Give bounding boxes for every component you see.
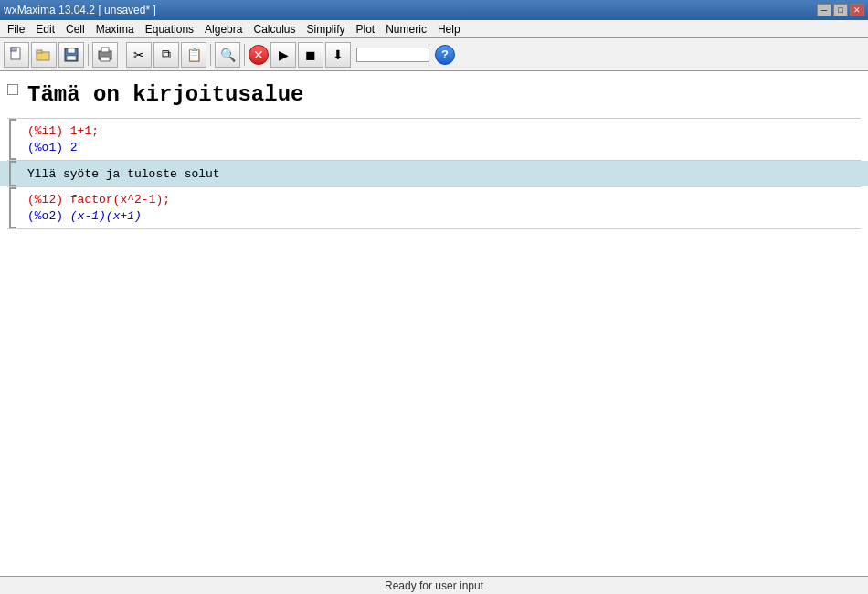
text-cell-bracket (9, 161, 16, 186)
search-button[interactable]: 🔍 (215, 42, 240, 68)
save-button[interactable] (58, 42, 84, 68)
cut-button[interactable]: ✂ (126, 42, 152, 68)
menu-simplify[interactable]: Simplify (302, 21, 351, 37)
open-button[interactable] (31, 42, 57, 68)
menu-maxima[interactable]: Maxima (90, 21, 140, 37)
cell-2-input-label: (%i2) (27, 193, 63, 207)
menu-file[interactable]: File (2, 21, 30, 37)
cell-1-output-value: 2 (63, 141, 78, 154)
menu-cell[interactable]: Cell (60, 21, 90, 37)
menu-bar: File Edit Cell Maxima Equations Algebra … (0, 20, 868, 38)
cell-2-output-label: (%o2) (27, 209, 63, 223)
paste-button[interactable]: 📋 (181, 42, 206, 68)
cell-1-input-code: 1+1; (63, 124, 99, 138)
text-cell-content: Yllä syöte ja tuloste solut (27, 167, 220, 181)
cell-2-output-formula: (x-1)(x+1) (70, 209, 142, 223)
cell-1-input-label: (%i1) (27, 124, 63, 138)
cell-2-input: (%i2) factor(x^2-1); (27, 193, 861, 207)
empty-area (0, 229, 868, 522)
maximize-button[interactable]: □ (833, 4, 848, 16)
cell-2-bracket (9, 187, 16, 228)
close-button[interactable]: ✕ (850, 4, 864, 16)
cell-1-input: (%i1) 1+1; (27, 124, 861, 138)
title-cell: Tämä on kirjoitusalue (0, 71, 868, 118)
cell-1-output: (%o1) 2 (27, 141, 861, 154)
save-icon (63, 47, 79, 63)
status-text: Ready for user input (385, 579, 483, 592)
stop-button[interactable]: ✕ (249, 45, 269, 65)
status-bar: Ready for user input (0, 576, 868, 594)
new-icon (8, 47, 25, 63)
svg-rect-1 (11, 48, 16, 51)
window-controls: ─ □ ✕ (817, 4, 864, 16)
run-button[interactable]: ▶ (270, 42, 296, 68)
worksheet[interactable]: Tämä on kirjoitusalue (%i1) 1+1; (%o1) 2… (0, 71, 868, 576)
menu-numeric[interactable]: Numeric (380, 21, 432, 37)
cell-1-output-label: (%o1) (27, 141, 63, 154)
menu-help[interactable]: Help (432, 21, 466, 37)
menu-plot[interactable]: Plot (351, 21, 381, 37)
separator-4 (244, 44, 245, 66)
menu-algebra[interactable]: Algebra (199, 21, 248, 37)
svg-rect-8 (101, 48, 109, 52)
separator-1 (88, 44, 89, 66)
title-bar: wxMaxima 13.04.2 [ unsaved* ] ─ □ ✕ (0, 0, 868, 20)
down-button[interactable]: ⬇ (325, 42, 351, 68)
stop-eval-button[interactable]: ◼ (298, 42, 323, 68)
text-cell: Yllä syöte ja tuloste solut (0, 161, 868, 186)
cell-2-input-code: factor(x^2-1); (63, 193, 170, 207)
menu-edit[interactable]: Edit (30, 21, 60, 37)
print-icon (97, 47, 113, 63)
toolbar: ✂ ⧉ 📋 🔍 ✕ ▶ ◼ ⬇ ? (0, 38, 868, 71)
open-icon (36, 47, 52, 63)
new-button[interactable] (4, 42, 29, 68)
title-cell-text: Tämä on kirjoitusalue (27, 82, 303, 107)
copy-button[interactable]: ⧉ (153, 42, 179, 68)
separator-3 (210, 44, 211, 66)
svg-rect-5 (68, 48, 75, 53)
help-button[interactable]: ? (435, 45, 455, 65)
svg-rect-9 (101, 57, 110, 61)
minimize-button[interactable]: ─ (817, 4, 831, 16)
window-title: wxMaxima 13.04.2 [ unsaved* ] (4, 4, 156, 16)
cell-1: (%i1) 1+1; (%o1) 2 (0, 119, 868, 160)
print-button[interactable] (92, 42, 118, 68)
progress-bar (356, 48, 429, 62)
svg-rect-3 (37, 50, 42, 53)
title-cell-checkbox[interactable] (7, 84, 18, 95)
menu-calculus[interactable]: Calculus (248, 21, 301, 37)
svg-rect-6 (67, 56, 76, 60)
cell-2-output: (%o2) (x-1)(x+1) (27, 209, 861, 223)
separator-2 (122, 44, 122, 66)
cell-1-bracket (9, 119, 16, 160)
menu-equations[interactable]: Equations (140, 21, 199, 37)
main-area: Tämä on kirjoitusalue (%i1) 1+1; (%o1) 2… (0, 71, 868, 576)
cell-2: (%i2) factor(x^2-1); (%o2) (x-1)(x+1) (0, 187, 868, 228)
